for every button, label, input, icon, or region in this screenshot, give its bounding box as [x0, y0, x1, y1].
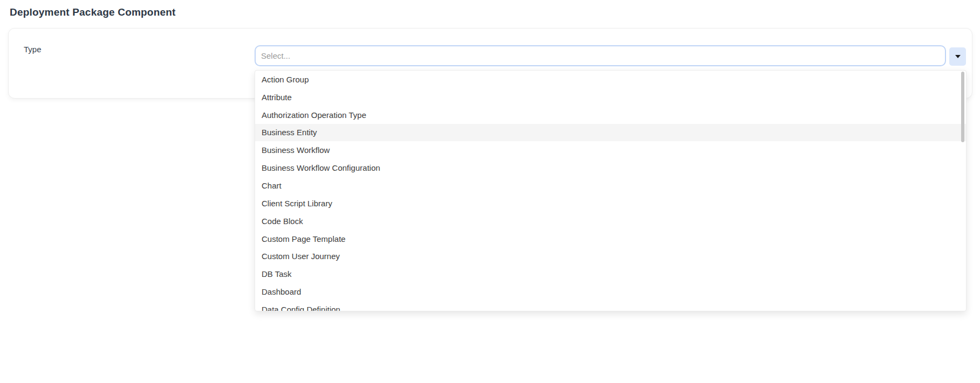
dropdown-option[interactable]: Custom User Journey: [255, 247, 966, 265]
dropdown-option[interactable]: Business Workflow: [255, 141, 966, 159]
dropdown-toggle-button[interactable]: [949, 47, 966, 66]
dropdown-option[interactable]: Client Script Library: [255, 194, 966, 212]
dropdown-option[interactable]: DB Task: [255, 265, 966, 283]
page: Deployment Package Component Type Action…: [0, 0, 980, 383]
type-field-label: Type: [24, 45, 42, 54]
dropdown-scrollbar[interactable]: [961, 72, 964, 142]
dropdown-option[interactable]: Attribute: [255, 88, 966, 106]
page-title: Deployment Package Component: [10, 6, 176, 18]
caret-down-icon: [955, 55, 961, 58]
dropdown-option[interactable]: Data Config Definition: [255, 301, 966, 311]
dropdown-option[interactable]: Code Block: [255, 212, 966, 230]
dropdown-option[interactable]: Action Group: [255, 71, 966, 88]
dropdown-option[interactable]: Dashboard: [255, 283, 966, 301]
dropdown-option[interactable]: Authorization Operation Type: [255, 106, 966, 124]
dropdown-option[interactable]: Business Entity: [255, 124, 966, 142]
dropdown-option[interactable]: Business Workflow Configuration: [255, 159, 966, 177]
type-select-input[interactable]: [255, 45, 946, 66]
dropdown-option[interactable]: Custom Page Template: [255, 230, 966, 248]
type-options-dropdown: Action GroupAttributeAuthorization Opera…: [255, 70, 967, 311]
dropdown-option[interactable]: Chart: [255, 177, 966, 194]
